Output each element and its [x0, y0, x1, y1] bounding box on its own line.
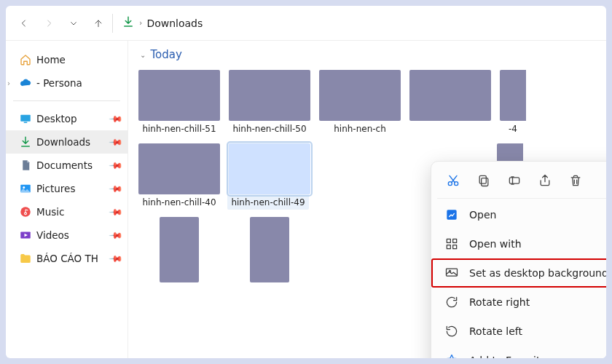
- context-menu-set-background[interactable]: Set as desktop background: [431, 258, 606, 288]
- file-item[interactable]: [229, 217, 310, 282]
- svg-rect-10: [509, 178, 519, 183]
- context-menu-label: Rotate left: [469, 325, 522, 337]
- file-item[interactable]: -4: [500, 70, 526, 135]
- up-button[interactable]: [86, 11, 111, 36]
- sidebar-item-label: Desktop: [36, 113, 77, 124]
- sidebar-item-videos[interactable]: Videos 📌: [6, 223, 128, 247]
- downloads-icon: [122, 15, 135, 31]
- sidebar-item-documents[interactable]: Documents 📌: [6, 154, 128, 177]
- sidebar-item-label: Music: [36, 206, 64, 218]
- context-menu-rotate-right[interactable]: Rotate right: [431, 288, 606, 317]
- cut-button[interactable]: [444, 172, 462, 189]
- file-name: hinh-nen-chill-49: [229, 197, 307, 208]
- group-title: Today: [150, 48, 181, 61]
- recent-dropdown[interactable]: [61, 11, 86, 36]
- svg-rect-8: [482, 178, 488, 186]
- svg-rect-15: [453, 245, 457, 249]
- svg-point-17: [449, 270, 450, 272]
- pin-icon: 📌: [109, 111, 124, 127]
- svg-rect-14: [447, 245, 450, 249]
- pin-icon: 📌: [109, 205, 124, 220]
- sidebar-item-label: Pictures: [36, 183, 75, 194]
- open-with-icon: [444, 237, 459, 251]
- back-button[interactable]: [12, 11, 36, 36]
- collapse-chevron-icon[interactable]: ⌄: [140, 51, 146, 59]
- expand-chevron-icon[interactable]: ›: [7, 79, 10, 87]
- pin-icon: 📌: [109, 228, 124, 243]
- context-menu-separator: [437, 198, 606, 199]
- sidebar-item-pictures[interactable]: Pictures 📌: [6, 177, 128, 200]
- file-item[interactable]: [409, 70, 491, 135]
- thumbnail: [138, 143, 220, 194]
- file-explorer-window: › Downloads Home › - Persona: [6, 6, 606, 358]
- context-menu-rotate-left[interactable]: Rotate left: [431, 317, 606, 346]
- thumbnail: [229, 143, 310, 194]
- thumbnail: [500, 70, 526, 121]
- folder-icon: [19, 252, 32, 265]
- context-menu-label: Add to Favorites: [469, 355, 552, 358]
- context-menu-quick-actions: [431, 167, 606, 197]
- nav-sidebar: Home › - Persona Desktop 📌: [6, 41, 128, 358]
- context-menu-label: Set as desktop background: [469, 267, 606, 279]
- content-pane[interactable]: ⌄ Today hinh-nen-chill-51 hinh-nen-chill…: [128, 41, 606, 358]
- file-name: hinh-nen-ch: [319, 124, 401, 135]
- pin-icon: 📌: [109, 181, 124, 197]
- rename-button[interactable]: [506, 172, 523, 189]
- sidebar-item-desktop[interactable]: Desktop 📌: [6, 107, 128, 130]
- file-item[interactable]: hinh-nen-chill-50: [229, 70, 310, 135]
- thumbnail: [160, 217, 199, 282]
- context-menu-open-with[interactable]: Open with ›: [431, 229, 606, 258]
- context-menu-label: Open: [469, 209, 496, 221]
- sidebar-item-label: Documents: [36, 159, 93, 171]
- delete-button[interactable]: [567, 172, 584, 189]
- svg-rect-0: [20, 115, 31, 122]
- breadcrumb-location: Downloads: [146, 17, 203, 29]
- forward-button[interactable]: [36, 11, 61, 36]
- file-item-selected[interactable]: hinh-nen-chill-49: [227, 142, 309, 210]
- nav-separator: [112, 14, 113, 33]
- share-button[interactable]: [536, 172, 554, 189]
- sidebar-item-label: Videos: [36, 229, 69, 241]
- file-item[interactable]: hinh-nen-ch: [319, 70, 401, 135]
- sidebar-item-label: Home: [36, 54, 66, 66]
- file-item[interactable]: [138, 217, 220, 282]
- nav-toolbar: › Downloads: [6, 6, 606, 41]
- sidebar-item-onedrive[interactable]: › - Persona: [6, 71, 128, 95]
- file-name: -4: [500, 124, 526, 135]
- svg-rect-12: [447, 239, 450, 242]
- desktop-background-icon: [444, 266, 459, 280]
- file-item[interactable]: hinh-nen-chill-40: [138, 143, 220, 208]
- cloud-icon: [19, 76, 32, 90]
- rotate-left-icon: [444, 324, 459, 339]
- home-icon: [19, 53, 32, 66]
- context-menu-add-favorites[interactable]: Add to Favorites: [431, 346, 606, 358]
- sidebar-item-folder[interactable]: BÁO CÁO TH 📌: [6, 247, 128, 270]
- copy-button[interactable]: [475, 172, 493, 189]
- address-bar[interactable]: › Downloads: [117, 15, 203, 31]
- pictures-icon: [19, 182, 32, 195]
- star-icon: [444, 353, 459, 358]
- group-header[interactable]: ⌄ Today: [140, 48, 596, 61]
- svg-rect-13: [453, 239, 457, 242]
- context-menu-label: Open with: [469, 238, 522, 250]
- thumbnail: [409, 70, 491, 121]
- file-name: hinh-nen-chill-40: [138, 197, 220, 208]
- file-name: hinh-nen-chill-50: [229, 124, 310, 135]
- file-name: hinh-nen-chill-51: [138, 124, 220, 135]
- pin-icon: 📌: [109, 135, 124, 150]
- breadcrumb-chevron-icon: ›: [139, 18, 142, 28]
- context-menu: Open Enter Open with › Set as desktop ba…: [431, 161, 606, 358]
- explorer-body: Home › - Persona Desktop 📌: [6, 41, 606, 358]
- videos-icon: [19, 229, 32, 242]
- sidebar-item-downloads[interactable]: Downloads 📌: [6, 130, 128, 154]
- sidebar-item-home[interactable]: Home: [6, 48, 128, 71]
- documents-icon: [19, 159, 32, 172]
- thumbnail: [138, 70, 220, 121]
- sidebar-item-label: - Persona: [36, 77, 82, 89]
- context-menu-open[interactable]: Open Enter: [431, 200, 606, 229]
- desktop-icon: [19, 112, 32, 125]
- file-item[interactable]: hinh-nen-chill-51: [138, 70, 220, 135]
- svg-point-3: [23, 186, 25, 189]
- sidebar-item-music[interactable]: Music 📌: [6, 200, 128, 223]
- open-app-icon: [444, 207, 459, 222]
